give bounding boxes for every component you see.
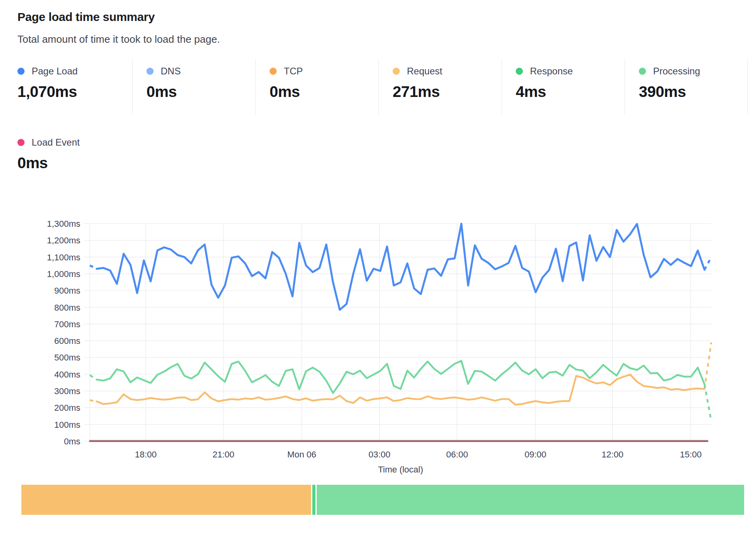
svg-text:03:00: 03:00	[369, 450, 390, 459]
svg-text:Mon 06: Mon 06	[287, 450, 316, 459]
svg-text:21:00: 21:00	[213, 450, 234, 459]
svg-text:500ms: 500ms	[54, 353, 80, 362]
svg-text:400ms: 400ms	[54, 370, 80, 379]
svg-text:0ms: 0ms	[64, 436, 80, 446]
svg-text:1,200ms: 1,200ms	[47, 235, 80, 245]
svg-text:15:00: 15:00	[680, 450, 702, 459]
page-load-time-chart[interactable]: 1,300ms1,200ms1,100ms1,000ms900ms800ms70…	[0, 0, 756, 535]
svg-text:1,100ms: 1,100ms	[47, 252, 80, 262]
svg-text:300ms: 300ms	[54, 386, 80, 396]
svg-text:700ms: 700ms	[54, 319, 80, 329]
status-bar-segment-degraded[interactable]	[21, 485, 311, 515]
svg-text:200ms: 200ms	[54, 403, 80, 413]
svg-text:1,300ms: 1,300ms	[47, 219, 80, 229]
svg-text:12:00: 12:00	[602, 450, 623, 459]
status-bar-segment-passing[interactable]	[312, 485, 315, 515]
status-timeline-bar[interactable]	[21, 485, 744, 515]
svg-text:800ms: 800ms	[54, 303, 80, 313]
svg-text:100ms: 100ms	[54, 420, 80, 430]
svg-text:Time (local): Time (local)	[378, 465, 423, 474]
status-bar-segment-passing[interactable]	[317, 485, 744, 515]
svg-text:900ms: 900ms	[54, 286, 80, 296]
svg-text:18:00: 18:00	[135, 450, 157, 459]
svg-text:1,000ms: 1,000ms	[47, 269, 80, 279]
svg-text:600ms: 600ms	[54, 336, 80, 346]
svg-text:06:00: 06:00	[446, 450, 468, 459]
svg-text:09:00: 09:00	[524, 450, 546, 459]
